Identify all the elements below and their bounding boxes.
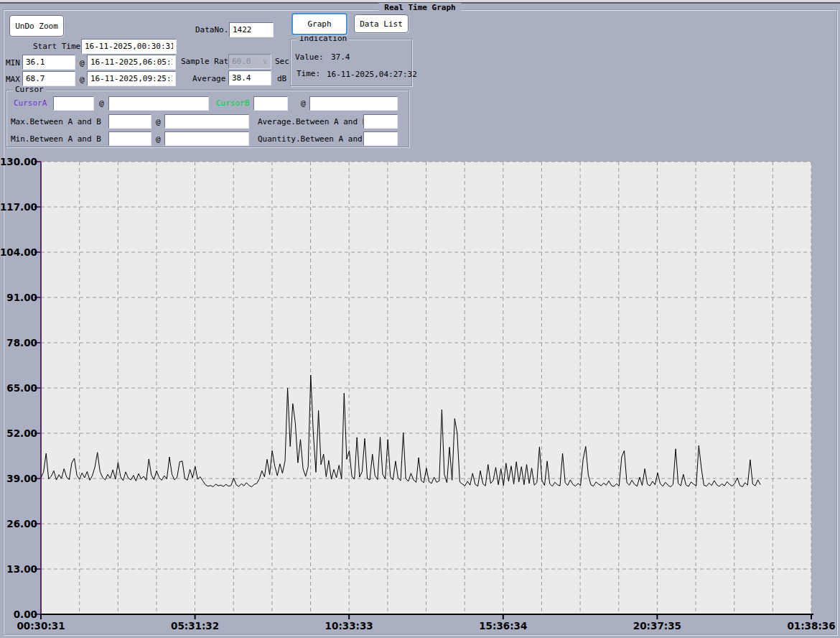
undo-zoom-label: UnDo Zoom — [15, 22, 58, 31]
sample-rate-unit: Sec — [275, 57, 289, 67]
y-tick-label: 78.00 — [6, 337, 37, 348]
average-between-value-field[interactable] — [363, 114, 398, 129]
max-between-value-field[interactable] — [108, 114, 151, 129]
start-time-label: Start Time — [33, 42, 80, 52]
cursor-b-value-field[interactable] — [253, 96, 288, 111]
cursor-a-label: CursorA — [14, 98, 47, 108]
average-value-field[interactable] — [228, 70, 271, 85]
real-time-graph-window: { "window": { "title": "Real Time Graph"… — [0, 0, 840, 638]
max-between-time-field[interactable] — [164, 114, 249, 129]
undo-zoom-button[interactable]: UnDo Zoom — [9, 15, 64, 37]
min-label: MIN — [6, 58, 20, 68]
data-no-label: DataNo. — [195, 25, 228, 35]
x-tick-label: 10:33:33 — [325, 620, 373, 632]
sample-rate-value: 60.0 — [229, 57, 259, 66]
y-tick-label: 0.00 — [14, 609, 37, 620]
max-at-sign: @ — [80, 75, 85, 85]
quantity-between-value-field[interactable] — [363, 131, 398, 146]
x-tick-label: 01:38:36 — [787, 620, 835, 632]
y-tick-label: 52.00 — [6, 427, 37, 439]
max-label: MAX — [6, 75, 20, 85]
cursor-a-time-field[interactable] — [108, 96, 209, 111]
average-label: Average — [192, 74, 225, 84]
indication-time: 16-11-2025,04:27:32 — [327, 70, 417, 80]
y-tick-label: 13.00 — [6, 563, 37, 575]
min-time-field[interactable] — [87, 55, 176, 70]
y-tick-label: 65.00 — [6, 382, 37, 394]
x-tick-label: 05:31:32 — [171, 620, 219, 632]
graph-tab-label: Graph — [307, 19, 331, 29]
cursor-b-label: CursorB — [216, 98, 249, 108]
cursor-a-value-field[interactable] — [53, 96, 94, 111]
y-tick-label: 117.00 — [0, 201, 37, 213]
y-tick-label: 39.00 — [6, 473, 37, 484]
graph-tab-button[interactable]: Graph — [291, 13, 347, 35]
max-value-field[interactable] — [22, 71, 75, 86]
cursor-b-time-field[interactable] — [309, 96, 398, 111]
indication-groupbox: Indication Value: 37.4 Time: 16-11-2025,… — [290, 39, 412, 86]
indication-value: 37.4 — [331, 52, 350, 63]
min-between-time-field[interactable] — [164, 131, 249, 146]
chevron-down-icon: ∨ — [259, 57, 271, 65]
x-tick-label: 20:37:35 — [633, 620, 681, 632]
y-tick-label: 26.00 — [6, 518, 37, 530]
cursor-a-at-sign: @ — [99, 98, 104, 108]
min-at-sign: @ — [80, 58, 85, 68]
y-tick-label: 130.00 — [0, 156, 37, 167]
data-no-field[interactable] — [229, 22, 274, 37]
max-between-label: Max.Between A and B — [11, 117, 101, 127]
average-between-label: Average.Between A and B — [258, 117, 367, 127]
min-between-label: Min.Between A and B — [11, 134, 101, 144]
average-unit: dB — [277, 74, 286, 84]
max-time-field[interactable] — [87, 71, 176, 86]
data-list-tab-label: Data List — [360, 19, 403, 29]
sample-rate-label: Sample Rate — [181, 57, 233, 67]
data-list-tab-button[interactable]: Data List — [354, 14, 409, 33]
indication-time-label: Time: — [297, 69, 320, 79]
cursor-b-at-sign: @ — [301, 98, 306, 108]
max-between-at-sign: @ — [156, 117, 161, 127]
indication-value-label: Value: — [295, 52, 324, 63]
min-value-field[interactable] — [22, 55, 75, 70]
y-tick-label: 104.00 — [0, 246, 37, 258]
start-time-field[interactable] — [81, 39, 177, 54]
sample-rate-combobox[interactable]: 60.0 ∨ — [228, 54, 271, 69]
min-between-at-sign: @ — [156, 134, 161, 144]
y-tick-label: 91.00 — [6, 292, 37, 303]
min-between-value-field[interactable] — [108, 131, 151, 146]
window-title: Real Time Graph — [378, 3, 461, 13]
quantity-between-label: Quantity.Between A and B — [258, 134, 372, 144]
cursor-groupbox: Cursor CursorA @ CursorB @ Max.Between A… — [6, 90, 409, 147]
x-tick-label: 15:36:34 — [479, 620, 527, 632]
x-tick-label: 00:30:31 — [17, 620, 65, 632]
